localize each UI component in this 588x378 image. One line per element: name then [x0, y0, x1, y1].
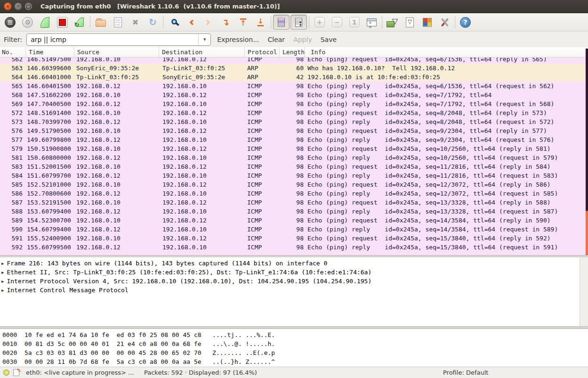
- capture-restart-icon[interactable]: [71, 14, 89, 30]
- window-maximize-button[interactable]: [24, 2, 32, 10]
- go-forward-icon[interactable]: [200, 14, 217, 30]
- capture-filters-icon[interactable]: [384, 14, 401, 30]
- save-button[interactable]: Save: [321, 36, 337, 43]
- cell-info: Echo (ping) reply id=0x245a, seq=11/2816…: [307, 171, 583, 180]
- capture-comment-icon[interactable]: [13, 369, 19, 376]
- packet-list-scrollbar-thumb[interactable]: [586, 211, 588, 255]
- expander-triangle-icon[interactable]: [1, 269, 7, 276]
- find-packet-icon[interactable]: [165, 14, 182, 30]
- reload-icon[interactable]: [144, 14, 161, 30]
- packet-row[interactable]: 581150.60800000192.168.0.12192.168.0.10I…: [0, 153, 588, 162]
- folder-icon: [96, 20, 106, 27]
- expander-triangle-icon[interactable]: [1, 260, 7, 267]
- hex-row[interactable]: 0020 5a c3 03 03 81 d3 00 00 00 00 45 28…: [0, 348, 588, 357]
- column-header-length[interactable]: Length: [280, 47, 305, 57]
- cell-no: 565: [0, 82, 23, 90]
- detail-row[interactable]: Ethernet II, Src: Tp-LinkT_03:f0:25 (10:…: [0, 268, 588, 277]
- go-to-top-icon[interactable]: [234, 14, 252, 30]
- capture-stop-icon[interactable]: [54, 14, 71, 30]
- hex-dump-pane[interactable]: 0000 10 fe ed e1 74 6a 10 fe ed 03 f0 25…: [0, 329, 588, 367]
- coloring-rules-icon[interactable]: [419, 14, 436, 30]
- cell-proto: ARP: [247, 73, 279, 82]
- packet-row[interactable]: 591155.52400900192.168.0.10192.168.0.12I…: [0, 234, 588, 243]
- filter-input[interactable]: arp || icmp: [26, 33, 211, 46]
- packet-row[interactable]: 592155.60799500192.168.0.12192.168.0.10I…: [0, 243, 588, 252]
- go-to-bottom-icon[interactable]: [252, 14, 269, 30]
- packet-row[interactable]: 583151.52001500192.168.0.10192.168.0.12I…: [0, 162, 588, 171]
- hex-row[interactable]: 0010 00 81 d3 5c 00 00 40 01 21 e4 c0 a8…: [0, 339, 588, 348]
- cell-dst: 192.168.0.12: [162, 162, 243, 171]
- packet-row[interactable]: 562146.51497500192.168.0.10192.168.0.12I…: [0, 58, 588, 64]
- colorize-packets-toggle[interactable]: [273, 15, 290, 30]
- column-header-destination[interactable]: Destination: [159, 47, 245, 57]
- cell-dst: 192.168.0.12: [162, 234, 243, 243]
- go-back-icon[interactable]: [182, 14, 200, 30]
- cell-time: 146.60399600: [27, 64, 74, 73]
- detail-row[interactable]: Internet Control Message Protocol: [0, 286, 588, 295]
- packet-row[interactable]: 587153.52191500192.168.0.10192.168.0.12I…: [0, 198, 588, 207]
- cell-info: 192.168.0.10 is at 10:fe:ed:03:f0:25: [307, 73, 583, 82]
- resize-columns-icon[interactable]: [363, 14, 380, 30]
- cell-info: Echo (ping) reply id=0x245a, seq=6/1536,…: [307, 82, 583, 90]
- detail-row[interactable]: Frame 216: 143 bytes on wire (1144 bits)…: [0, 259, 588, 268]
- zoom-in-icon[interactable]: [311, 14, 328, 30]
- packet-row[interactable]: 589154.52300700192.168.0.10192.168.0.12I…: [0, 216, 588, 225]
- packet-row[interactable]: 586152.70800600192.168.0.12192.168.0.10I…: [0, 189, 588, 198]
- packet-row[interactable]: 579150.51900800192.168.0.10192.168.0.12I…: [0, 144, 588, 153]
- cell-dst: 192.168.0.10: [162, 243, 243, 252]
- packet-row[interactable]: 584151.60799700192.168.0.12192.168.0.10I…: [0, 171, 588, 180]
- packet-row[interactable]: 569147.70400500192.168.0.12192.168.0.10I…: [0, 99, 588, 108]
- expander-triangle-icon[interactable]: [1, 278, 7, 285]
- cell-no: 577: [0, 135, 23, 144]
- column-header-info[interactable]: Info: [305, 47, 588, 57]
- window-minimize-button[interactable]: [14, 2, 22, 10]
- capture-options-icon[interactable]: [19, 14, 36, 30]
- packet-details-pane[interactable]: Frame 216: 143 bytes on wire (1144 bits)…: [0, 257, 588, 326]
- cell-dst: 192.168.0.12: [162, 58, 243, 64]
- expander-triangle-icon[interactable]: [1, 287, 7, 294]
- packet-row[interactable]: 590154.60799400192.168.0.12192.168.0.10I…: [0, 225, 588, 234]
- zoom-100-icon[interactable]: [346, 14, 363, 30]
- go-to-packet-icon[interactable]: [217, 14, 234, 30]
- expression-button[interactable]: Expression...: [217, 36, 259, 43]
- status-profile[interactable]: Profile: Default: [443, 367, 488, 378]
- column-header-protocol[interactable]: Protocol: [245, 47, 280, 57]
- packet-row[interactable]: 585152.52101000192.168.0.10192.168.0.12I…: [0, 180, 588, 189]
- hex-row[interactable]: 0030 00 00 28 11 0b 7d 68 fe 5a c3 c0 a8…: [0, 357, 588, 366]
- packet-row[interactable]: 565146.60401500192.168.0.12192.168.0.10I…: [0, 82, 588, 90]
- packet-row[interactable]: 563146.60399600SonyEric_09:35:2eTp-LinkT…: [0, 64, 588, 73]
- toolbar-separator: [90, 16, 90, 28]
- detail-row[interactable]: Internet Protocol Version 4, Src: 192.16…: [0, 277, 588, 286]
- column-header-time[interactable]: Time: [26, 47, 74, 57]
- packet-row[interactable]: 588153.60799400192.168.0.12192.168.0.10I…: [0, 207, 588, 216]
- window-close-button[interactable]: [4, 2, 12, 10]
- filter-dropdown-arrow-icon[interactable]: [198, 34, 210, 45]
- column-header-source[interactable]: Source: [74, 47, 159, 57]
- interfaces-icon[interactable]: [1, 14, 19, 30]
- hex-row[interactable]: 0000 10 fe ed e1 74 6a 10 fe ed 03 f0 25…: [0, 330, 588, 339]
- open-file-icon[interactable]: [92, 14, 109, 30]
- packet-list[interactable]: 562146.51497500192.168.0.10192.168.0.12I…: [0, 58, 588, 255]
- cell-no: 589: [0, 216, 23, 225]
- packet-row[interactable]: 576149.51790500192.168.0.10192.168.0.12I…: [0, 126, 588, 135]
- column-header-no[interactable]: No.: [0, 47, 26, 57]
- apply-button[interactable]: Apply: [293, 36, 312, 43]
- packet-row[interactable]: 577149.60799800192.168.0.12192.168.0.10I…: [0, 135, 588, 144]
- preferences-icon[interactable]: [436, 14, 453, 30]
- zoom-out-icon[interactable]: [328, 14, 346, 30]
- capture-start-icon[interactable]: [36, 14, 54, 30]
- packet-row[interactable]: 568147.51602200192.168.0.10192.168.0.12I…: [0, 90, 588, 99]
- cell-len: 98: [280, 108, 304, 117]
- expert-info-icon[interactable]: [3, 370, 9, 376]
- display-filters-icon[interactable]: [401, 14, 419, 30]
- save-file-icon[interactable]: [109, 14, 127, 30]
- packet-row[interactable]: 564146.60401000Tp-LinkT_03:f0:25SonyEric…: [0, 73, 588, 82]
- cell-info: Echo (ping) request id=0x245a, seq=9/230…: [307, 126, 583, 135]
- packet-row[interactable]: 573148.70399700192.168.0.12192.168.0.10I…: [0, 117, 588, 126]
- clear-button[interactable]: Clear: [268, 36, 285, 43]
- close-file-icon[interactable]: [127, 14, 144, 30]
- auto-scroll-toggle[interactable]: [290, 15, 307, 30]
- packet-row[interactable]: 572148.51691400192.168.0.10192.168.0.12I…: [0, 108, 588, 117]
- help-icon[interactable]: [457, 14, 474, 30]
- cell-len: 42: [280, 73, 304, 82]
